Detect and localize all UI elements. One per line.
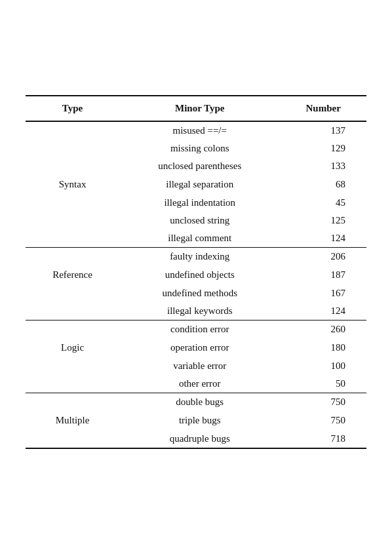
type-cell: [26, 140, 119, 157]
col-header-number: Number: [280, 96, 366, 121]
number-cell: 129: [280, 140, 366, 157]
minor-type-cell: condition error: [119, 321, 280, 339]
minor-type-cell: other error: [119, 375, 280, 393]
number-cell: 100: [280, 357, 366, 375]
table-row: quadruple bugs718: [26, 430, 366, 448]
table-row: illegal comment124: [26, 229, 366, 248]
minor-type-cell: quadruple bugs: [119, 430, 280, 448]
minor-type-cell: faulty indexing: [119, 248, 280, 266]
table-row: illegal keywords124: [26, 302, 366, 321]
type-cell: Multiple: [26, 411, 119, 430]
minor-type-cell: illegal indentation: [119, 194, 280, 212]
type-cell: Reference: [26, 265, 119, 284]
number-cell: 187: [280, 265, 366, 284]
table-row: Logicoperation error180: [26, 338, 366, 357]
number-cell: 68: [280, 175, 366, 194]
number-cell: 750: [280, 411, 366, 430]
table-row: condition error260: [26, 321, 366, 339]
type-cell: [26, 121, 119, 140]
minor-type-cell: undefined methods: [119, 284, 280, 302]
number-cell: 180: [280, 338, 366, 357]
minor-type-cell: variable error: [119, 357, 280, 375]
number-cell: 125: [280, 212, 366, 229]
table-row: faulty indexing206: [26, 248, 366, 266]
minor-type-cell: missing colons: [119, 140, 280, 157]
data-table: Type Minor Type Number misused ==/=137mi…: [26, 95, 366, 449]
minor-type-cell: triple bugs: [119, 411, 280, 430]
number-cell: 137: [280, 121, 366, 140]
number-cell: 718: [280, 430, 366, 448]
minor-type-cell: unclosed parentheses: [119, 157, 280, 175]
table-row: double bugs750: [26, 393, 366, 412]
number-cell: 50: [280, 375, 366, 393]
minor-type-cell: unclosed string: [119, 212, 280, 229]
type-cell: [26, 194, 119, 212]
number-cell: 750: [280, 393, 366, 412]
table-row: illegal indentation45: [26, 194, 366, 212]
number-cell: 167: [280, 284, 366, 302]
minor-type-cell: illegal comment: [119, 229, 280, 248]
table-row: unclosed parentheses133: [26, 157, 366, 175]
table-row: missing colons129: [26, 140, 366, 157]
table-row: Syntaxillegal separation68: [26, 175, 366, 194]
number-cell: 124: [280, 229, 366, 248]
number-cell: 260: [280, 321, 366, 339]
type-cell: [26, 302, 119, 321]
type-cell: [26, 393, 119, 412]
number-cell: 45: [280, 194, 366, 212]
type-cell: [26, 430, 119, 448]
number-cell: 133: [280, 157, 366, 175]
minor-type-cell: double bugs: [119, 393, 280, 412]
number-cell: 124: [280, 302, 366, 321]
minor-type-cell: operation error: [119, 338, 280, 357]
minor-type-cell: misused ==/=: [119, 121, 280, 140]
type-cell: Logic: [26, 338, 119, 357]
type-cell: [26, 229, 119, 248]
number-cell: 206: [280, 248, 366, 266]
minor-type-cell: illegal keywords: [119, 302, 280, 321]
type-cell: [26, 284, 119, 302]
type-cell: [26, 157, 119, 175]
type-cell: [26, 212, 119, 229]
table-row: misused ==/=137: [26, 121, 366, 140]
minor-type-cell: illegal separation: [119, 175, 280, 194]
table-row: Multipletriple bugs750: [26, 411, 366, 430]
type-cell: Syntax: [26, 175, 119, 194]
col-header-type: Type: [26, 96, 119, 121]
table-row: variable error100: [26, 357, 366, 375]
col-header-minor-type: Minor Type: [119, 96, 280, 121]
type-cell: [26, 248, 119, 266]
table-header-row: Type Minor Type Number: [26, 96, 366, 121]
type-cell: [26, 357, 119, 375]
type-cell: [26, 321, 119, 339]
table-row: unclosed string125: [26, 212, 366, 229]
minor-type-cell: undefined objects: [119, 265, 280, 284]
type-cell: [26, 375, 119, 393]
table-row: Referenceundefined objects187: [26, 265, 366, 284]
table-row: undefined methods167: [26, 284, 366, 302]
table-container: Type Minor Type Number misused ==/=137mi…: [26, 95, 366, 449]
table-row: other error50: [26, 375, 366, 393]
